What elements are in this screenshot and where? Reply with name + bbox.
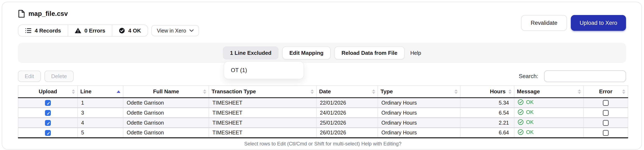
view-in-xero-dropdown[interactable]: View in Xero — [152, 25, 199, 36]
cell-date: 24/01/2026 — [316, 108, 378, 118]
sort-icon — [578, 89, 581, 94]
table-header-row: Upload Line Full Name Transaction Type D… — [18, 86, 628, 98]
cell-transaction-type: TIMESHEET — [209, 98, 316, 108]
error-checkbox[interactable] — [603, 110, 609, 116]
cell-type: Ordinary Hours — [378, 108, 460, 118]
cell-upload — [18, 98, 78, 108]
delete-button[interactable]: Delete — [44, 71, 74, 82]
cell-upload — [18, 108, 78, 118]
table-footer-hint[interactable]: Select rows to Edit (Ctl/Cmd or Shift fo… — [18, 141, 628, 147]
upload-checkbox[interactable] — [45, 110, 51, 116]
cell-hours: 2.21 — [460, 118, 514, 128]
list-icon — [25, 28, 31, 33]
revalidate-button[interactable]: Revalidate — [521, 15, 567, 31]
ok-stat[interactable]: 4 OK — [112, 25, 148, 36]
column-header-message[interactable]: Message — [514, 86, 584, 98]
column-header-upload[interactable]: Upload — [18, 86, 78, 98]
column-header-date[interactable]: Date — [316, 86, 378, 98]
cell-date: 26/01/2026 — [316, 128, 378, 138]
sort-icon — [203, 89, 206, 94]
search-label: Search: — [519, 73, 538, 79]
ok-stat-label: 4 OK — [128, 27, 141, 34]
table-row[interactable]: 1 Odette Garrison TIMESHEET 22/01/2026 O… — [18, 98, 628, 108]
sort-icon — [372, 89, 375, 94]
cell-transaction-type: TIMESHEET — [209, 118, 316, 128]
cell-line: 5 — [78, 128, 123, 138]
cell-date: 22/01/2026 — [316, 98, 378, 108]
cell-hours: 5.34 — [460, 98, 514, 108]
search-input[interactable] — [544, 71, 626, 82]
edit-mapping-button[interactable]: Edit Mapping — [282, 46, 330, 59]
column-header-line[interactable]: Line — [78, 86, 123, 98]
cell-type: Ordinary Hours — [378, 118, 460, 128]
upload-checkbox[interactable] — [45, 130, 51, 136]
cell-message: OK — [514, 118, 584, 128]
errors-stat[interactable]: 0 Errors — [68, 25, 112, 36]
cell-full-name: Odette Garrison — [123, 128, 209, 138]
sort-icon — [454, 89, 458, 94]
table-row[interactable]: 4 Odette Garrison TIMESHEET 25/01/2026 O… — [18, 118, 628, 128]
table-controls-row: Edit Delete Search: — [18, 71, 626, 82]
error-checkbox[interactable] — [603, 120, 609, 126]
reload-data-button[interactable]: Reload Data from File — [334, 46, 404, 59]
upload-to-xero-button[interactable]: Upload to Xero — [571, 15, 626, 31]
header-actions: Revalidate Upload to Xero — [521, 15, 626, 31]
cell-hours: 6.64 — [460, 128, 514, 138]
ok-check-icon — [518, 119, 524, 125]
sort-icon — [72, 89, 75, 94]
toolbar-banner: 1 Line Excluded Edit Mapping Reload Data… — [18, 43, 626, 63]
column-header-transaction-type[interactable]: Transaction Type — [209, 86, 316, 98]
cell-transaction-type: TIMESHEET — [209, 108, 316, 118]
sort-icon — [311, 89, 314, 94]
cell-line: 4 — [78, 118, 123, 128]
file-panel: map_file.csv Revalidate Upload to Xero 4… — [2, 2, 642, 150]
table-row[interactable]: 3 Odette Garrison TIMESHEET 24/01/2026 O… — [18, 108, 628, 118]
cell-error — [584, 128, 628, 138]
page-title: map_file.csv — [28, 10, 68, 17]
cell-error — [584, 98, 628, 108]
cell-upload — [18, 128, 78, 138]
edit-button[interactable]: Edit — [18, 71, 41, 82]
upload-checkbox[interactable] — [45, 120, 51, 126]
column-header-hours[interactable]: Hours — [460, 86, 514, 98]
sort-icon — [508, 89, 512, 94]
excluded-lines-popover: OT (1) — [224, 61, 304, 79]
chevron-down-icon — [190, 29, 194, 32]
records-stat-label: 4 Records — [35, 27, 61, 34]
ok-check-icon — [518, 109, 524, 115]
cell-type: Ordinary Hours — [378, 98, 460, 108]
check-circle-icon — [119, 28, 125, 34]
column-header-full-name[interactable]: Full Name — [123, 86, 209, 98]
excluded-popover-item[interactable]: OT (1) — [231, 67, 247, 74]
cell-full-name: Odette Garrison — [123, 118, 209, 128]
help-link[interactable]: Help — [410, 50, 421, 56]
row-action-buttons: Edit Delete — [18, 71, 74, 82]
cell-message: OK — [514, 128, 584, 138]
column-header-error[interactable]: Error — [584, 86, 628, 98]
file-icon — [18, 10, 25, 18]
ok-check-icon — [518, 129, 524, 135]
sort-asc-icon — [117, 90, 120, 93]
ok-check-icon — [518, 99, 524, 105]
cell-full-name: Odette Garrison — [123, 108, 209, 118]
cell-error — [584, 118, 628, 128]
records-stat[interactable]: 4 Records — [18, 25, 68, 36]
search-area: Search: — [519, 71, 626, 82]
page: map_file.csv Revalidate Upload to Xero 4… — [0, 0, 644, 150]
table-row[interactable]: 5 Odette Garrison TIMESHEET 26/01/2026 O… — [18, 128, 628, 138]
warning-icon — [75, 28, 81, 33]
error-checkbox[interactable] — [603, 100, 609, 106]
cell-date: 25/01/2026 — [316, 118, 378, 128]
lines-excluded-button[interactable]: 1 Line Excluded — [223, 46, 278, 59]
cell-line: 1 — [78, 98, 123, 108]
cell-hours: 6.54 — [460, 108, 514, 118]
upload-checkbox[interactable] — [45, 100, 51, 106]
cell-message: OK — [514, 98, 584, 108]
error-checkbox[interactable] — [603, 130, 609, 136]
cell-line: 3 — [78, 108, 123, 118]
view-in-xero-label: View in Xero — [157, 28, 186, 34]
errors-stat-label: 0 Errors — [84, 27, 106, 34]
cell-type: Ordinary Hours — [378, 128, 460, 138]
cell-error — [584, 108, 628, 118]
column-header-type[interactable]: Type — [378, 86, 460, 98]
